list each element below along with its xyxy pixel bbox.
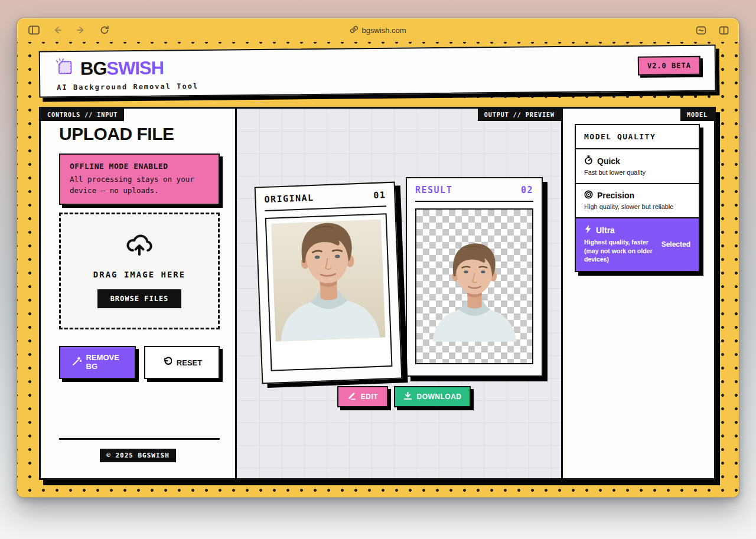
webpage-background: BGSWISH AI Background Removal Tool V2.0 … xyxy=(17,42,739,497)
pencil-icon xyxy=(347,391,356,402)
download-icon xyxy=(403,391,412,402)
app-header: BGSWISH AI Background Removal Tool V2.0 … xyxy=(39,45,716,98)
sidebar-toggle-icon[interactable] xyxy=(28,24,40,36)
model-tab-label: MODEL xyxy=(680,109,714,121)
forward-icon[interactable] xyxy=(75,24,87,36)
browser-toolbar: bgswish.com xyxy=(17,18,739,42)
brand-wordmark: BGSWISH xyxy=(80,58,164,77)
original-card: ORIGINAL 01 xyxy=(255,182,403,384)
ultra-label: Ultra xyxy=(596,226,615,235)
quick-desc: Fast but lower quality xyxy=(584,169,690,176)
offline-notice-body: All processing stays on your device — no… xyxy=(70,174,209,197)
remove-bg-label: REMOVE BG xyxy=(86,354,124,371)
model-quality-title: MODEL QUALITY xyxy=(576,125,699,149)
quick-label: Quick xyxy=(597,156,620,166)
controls-tab-label: CONTROLS // INPUT xyxy=(41,109,124,121)
logo-sticker-icon xyxy=(56,58,74,79)
result-label: RESULT xyxy=(415,185,452,195)
reset-button[interactable]: RESET xyxy=(144,346,220,379)
edit-label: EDIT xyxy=(361,393,378,401)
stopwatch-icon xyxy=(584,155,593,166)
model-option-ultra[interactable]: Ultra Highest quality, faster (may not w… xyxy=(576,218,699,271)
lightning-bolt-icon xyxy=(584,224,592,236)
reset-icon xyxy=(162,357,172,368)
tab-overview-icon[interactable] xyxy=(718,24,729,36)
address-bar[interactable]: bgswish.com xyxy=(350,25,406,35)
version-badge: V2.0 BETA xyxy=(638,56,700,76)
model-quality-card: MODEL QUALITY Quick xyxy=(575,124,700,272)
upload-cloud-icon xyxy=(61,233,218,259)
result-index: 02 xyxy=(521,185,533,195)
remove-bg-button[interactable]: REMOVE BG xyxy=(59,346,136,379)
precision-desc: High quality, slower but reliable xyxy=(584,203,690,210)
link-icon xyxy=(350,25,358,35)
model-option-quick[interactable]: Quick Fast but lower quality xyxy=(576,149,699,184)
reload-icon[interactable] xyxy=(99,24,110,36)
download-button[interactable]: DOWNLOAD xyxy=(394,386,471,407)
offline-notice-title: OFFLINE MODE ENABLED xyxy=(70,162,209,171)
download-label: DOWNLOAD xyxy=(417,393,462,401)
offline-notice: OFFLINE MODE ENABLED All processing stay… xyxy=(59,153,220,205)
model-panel: MODEL MODEL QUALITY xyxy=(563,109,714,478)
original-photo xyxy=(271,220,386,342)
app-main: CONTROLS // INPUT UPLOAD FILE OFFLINE MO… xyxy=(39,107,716,480)
reset-label: RESET xyxy=(177,358,202,367)
preview-panel: OUTPUT // PREVIEW ORIGINAL 01 xyxy=(237,109,563,478)
controls-panel: CONTROLS // INPUT UPLOAD FILE OFFLINE MO… xyxy=(41,109,237,478)
precision-label: Precision xyxy=(597,191,634,200)
browse-files-button[interactable]: BROWSE FILES xyxy=(97,289,182,308)
result-cutout-photo xyxy=(427,230,522,342)
original-index: 01 xyxy=(373,190,386,201)
page-settings-icon[interactable] xyxy=(695,24,707,36)
original-label: ORIGINAL xyxy=(264,192,314,205)
ultra-desc: Highest quality, faster (may not work on… xyxy=(584,238,654,264)
magic-wand-icon xyxy=(71,357,82,369)
bullseye-icon xyxy=(584,190,593,201)
result-card: RESULT 02 xyxy=(406,177,543,377)
back-icon[interactable] xyxy=(51,24,63,36)
url-text: bgswish.com xyxy=(361,26,406,35)
preview-tab-label: OUTPUT // PREVIEW xyxy=(478,109,561,121)
dropzone-label: DRAG IMAGE HERE xyxy=(61,270,218,279)
result-photo-frame xyxy=(415,208,533,364)
copyright: © 2025 BGSWISH xyxy=(41,449,235,462)
footer-divider xyxy=(59,438,220,440)
file-dropzone[interactable]: DRAG IMAGE HERE BROWSE FILES xyxy=(59,213,220,329)
upload-title: UPLOAD FILE xyxy=(59,124,174,144)
browser-window: bgswish.com BGSWISH xyxy=(17,18,739,498)
app-tagline: AI Background Removal Tool xyxy=(57,77,699,92)
selected-badge: Selected xyxy=(662,240,690,249)
edit-button[interactable]: EDIT xyxy=(337,386,388,407)
original-photo-frame xyxy=(265,213,393,371)
model-option-precision[interactable]: Precision High quality, slower but relia… xyxy=(576,184,699,218)
